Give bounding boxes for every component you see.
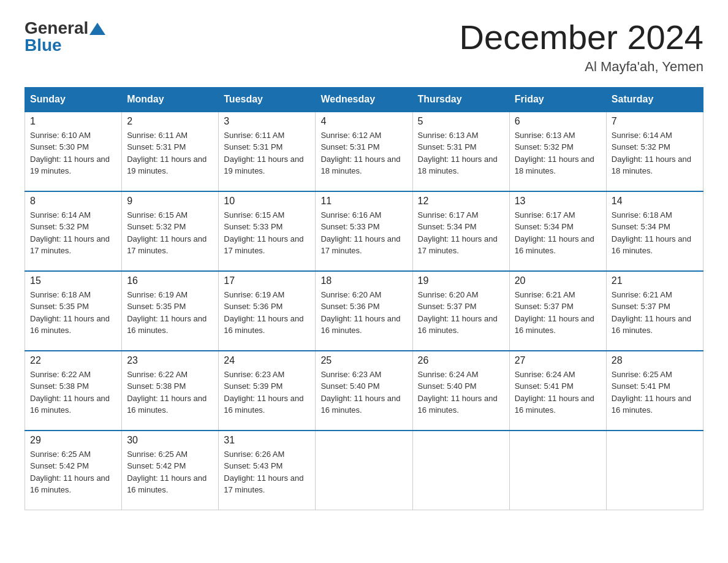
- table-row: [606, 431, 703, 510]
- day-number: 13: [515, 196, 601, 207]
- day-info: Sunrise: 6:21 AM Sunset: 5:37 PM Dayligh…: [612, 289, 698, 337]
- day-number: 11: [320, 196, 407, 207]
- table-row: 6 Sunrise: 6:13 AM Sunset: 5:32 PM Dayli…: [509, 112, 606, 191]
- day-info: Sunrise: 6:22 AM Sunset: 5:38 PM Dayligh…: [127, 369, 213, 416]
- day-number: 8: [30, 196, 116, 207]
- table-row: 1 Sunrise: 6:10 AM Sunset: 5:30 PM Dayli…: [25, 112, 122, 191]
- col-monday: Monday: [122, 87, 219, 112]
- table-row: 25 Sunrise: 6:23 AM Sunset: 5:40 PM Dayl…: [316, 351, 412, 431]
- day-info: Sunrise: 6:13 AM Sunset: 5:31 PM Dayligh…: [418, 129, 504, 177]
- day-info: Sunrise: 6:23 AM Sunset: 5:39 PM Dayligh…: [224, 369, 310, 416]
- day-info: Sunrise: 6:24 AM Sunset: 5:40 PM Dayligh…: [418, 369, 504, 416]
- table-row: 27 Sunrise: 6:24 AM Sunset: 5:41 PM Dayl…: [509, 351, 606, 431]
- day-number: 20: [515, 275, 601, 286]
- table-row: 8 Sunrise: 6:14 AM Sunset: 5:32 PM Dayli…: [25, 191, 122, 271]
- day-info: Sunrise: 6:19 AM Sunset: 5:36 PM Dayligh…: [224, 289, 310, 337]
- table-row: 23 Sunrise: 6:22 AM Sunset: 5:38 PM Dayl…: [122, 351, 219, 431]
- table-row: [412, 431, 509, 510]
- day-info: Sunrise: 6:18 AM Sunset: 5:34 PM Dayligh…: [612, 209, 698, 257]
- day-info: Sunrise: 6:25 AM Sunset: 5:42 PM Dayligh…: [30, 448, 116, 496]
- day-info: Sunrise: 6:11 AM Sunset: 5:31 PM Dayligh…: [127, 129, 213, 177]
- table-row: [509, 431, 606, 510]
- table-row: 18 Sunrise: 6:20 AM Sunset: 5:36 PM Dayl…: [316, 271, 412, 351]
- table-row: 3 Sunrise: 6:11 AM Sunset: 5:31 PM Dayli…: [219, 112, 316, 191]
- table-row: 15 Sunrise: 6:18 AM Sunset: 5:35 PM Dayl…: [25, 271, 122, 351]
- day-number: 21: [612, 275, 698, 286]
- day-number: 9: [127, 196, 213, 207]
- day-info: Sunrise: 6:17 AM Sunset: 5:34 PM Dayligh…: [418, 209, 504, 257]
- day-info: Sunrise: 6:25 AM Sunset: 5:42 PM Dayligh…: [127, 448, 213, 496]
- day-number: 18: [320, 275, 407, 286]
- day-info: Sunrise: 6:15 AM Sunset: 5:33 PM Dayligh…: [224, 209, 310, 257]
- day-number: 2: [127, 116, 213, 127]
- table-row: 2 Sunrise: 6:11 AM Sunset: 5:31 PM Dayli…: [122, 112, 219, 191]
- day-info: Sunrise: 6:23 AM Sunset: 5:40 PM Dayligh…: [320, 369, 407, 416]
- day-number: 7: [612, 116, 698, 127]
- day-info: Sunrise: 6:18 AM Sunset: 5:35 PM Dayligh…: [30, 289, 116, 337]
- day-number: 25: [320, 355, 407, 366]
- col-friday: Friday: [509, 87, 606, 112]
- day-number: 5: [418, 116, 504, 127]
- day-info: Sunrise: 6:25 AM Sunset: 5:41 PM Dayligh…: [612, 369, 698, 416]
- day-info: Sunrise: 6:16 AM Sunset: 5:33 PM Dayligh…: [320, 209, 407, 257]
- table-row: 29 Sunrise: 6:25 AM Sunset: 5:42 PM Dayl…: [25, 431, 122, 510]
- day-number: 19: [418, 275, 504, 286]
- day-number: 27: [515, 355, 601, 366]
- table-row: 16 Sunrise: 6:19 AM Sunset: 5:35 PM Dayl…: [122, 271, 219, 351]
- day-info: Sunrise: 6:20 AM Sunset: 5:36 PM Dayligh…: [320, 289, 407, 337]
- col-tuesday: Tuesday: [219, 87, 316, 112]
- day-number: 4: [320, 116, 407, 127]
- day-number: 17: [224, 275, 310, 286]
- day-info: Sunrise: 6:12 AM Sunset: 5:31 PM Dayligh…: [320, 129, 407, 177]
- day-number: 14: [612, 196, 698, 207]
- logo: General Blue: [25, 18, 105, 55]
- page-header: General Blue December 2024 Al Mayfa'ah, …: [25, 18, 703, 75]
- day-number: 31: [224, 435, 310, 446]
- day-info: Sunrise: 6:15 AM Sunset: 5:32 PM Dayligh…: [127, 209, 213, 257]
- table-row: 12 Sunrise: 6:17 AM Sunset: 5:34 PM Dayl…: [412, 191, 509, 271]
- table-row: 30 Sunrise: 6:25 AM Sunset: 5:42 PM Dayl…: [122, 431, 219, 510]
- day-info: Sunrise: 6:10 AM Sunset: 5:30 PM Dayligh…: [30, 129, 116, 177]
- day-info: Sunrise: 6:21 AM Sunset: 5:37 PM Dayligh…: [515, 289, 601, 337]
- day-number: 3: [224, 116, 310, 127]
- calendar-subtitle: Al Mayfa'ah, Yemen: [460, 59, 703, 75]
- day-number: 22: [30, 355, 116, 366]
- table-row: 20 Sunrise: 6:21 AM Sunset: 5:37 PM Dayl…: [509, 271, 606, 351]
- day-number: 23: [127, 355, 213, 366]
- calendar-header-row: Sunday Monday Tuesday Wednesday Thursday…: [25, 87, 703, 112]
- day-info: Sunrise: 6:19 AM Sunset: 5:35 PM Dayligh…: [127, 289, 213, 337]
- col-thursday: Thursday: [412, 87, 509, 112]
- table-row: 21 Sunrise: 6:21 AM Sunset: 5:37 PM Dayl…: [606, 271, 703, 351]
- day-info: Sunrise: 6:11 AM Sunset: 5:31 PM Dayligh…: [224, 129, 310, 177]
- table-row: 10 Sunrise: 6:15 AM Sunset: 5:33 PM Dayl…: [219, 191, 316, 271]
- day-info: Sunrise: 6:17 AM Sunset: 5:34 PM Dayligh…: [515, 209, 601, 257]
- table-row: 24 Sunrise: 6:23 AM Sunset: 5:39 PM Dayl…: [219, 351, 316, 431]
- table-row: 5 Sunrise: 6:13 AM Sunset: 5:31 PM Dayli…: [412, 112, 509, 191]
- table-row: 13 Sunrise: 6:17 AM Sunset: 5:34 PM Dayl…: [509, 191, 606, 271]
- day-number: 12: [418, 196, 504, 207]
- day-info: Sunrise: 6:14 AM Sunset: 5:32 PM Dayligh…: [612, 129, 698, 177]
- day-number: 15: [30, 275, 116, 286]
- table-row: [316, 431, 412, 510]
- calendar-week-row: 22 Sunrise: 6:22 AM Sunset: 5:38 PM Dayl…: [25, 351, 703, 431]
- table-row: 28 Sunrise: 6:25 AM Sunset: 5:41 PM Dayl…: [606, 351, 703, 431]
- calendar-week-row: 29 Sunrise: 6:25 AM Sunset: 5:42 PM Dayl…: [25, 431, 703, 510]
- day-info: Sunrise: 6:24 AM Sunset: 5:41 PM Dayligh…: [515, 369, 601, 416]
- calendar-title: December 2024: [460, 18, 703, 56]
- day-info: Sunrise: 6:14 AM Sunset: 5:32 PM Dayligh…: [30, 209, 116, 257]
- day-info: Sunrise: 6:20 AM Sunset: 5:37 PM Dayligh…: [418, 289, 504, 337]
- table-row: 4 Sunrise: 6:12 AM Sunset: 5:31 PM Dayli…: [316, 112, 412, 191]
- day-number: 24: [224, 355, 310, 366]
- table-row: 14 Sunrise: 6:18 AM Sunset: 5:34 PM Dayl…: [606, 191, 703, 271]
- col-sunday: Sunday: [25, 87, 122, 112]
- day-number: 28: [612, 355, 698, 366]
- day-number: 30: [127, 435, 213, 446]
- day-number: 6: [515, 116, 601, 127]
- table-row: 31 Sunrise: 6:26 AM Sunset: 5:43 PM Dayl…: [219, 431, 316, 510]
- table-row: 11 Sunrise: 6:16 AM Sunset: 5:33 PM Dayl…: [316, 191, 412, 271]
- day-number: 1: [30, 116, 116, 127]
- calendar-table: Sunday Monday Tuesday Wednesday Thursday…: [25, 87, 703, 511]
- day-number: 16: [127, 275, 213, 286]
- day-info: Sunrise: 6:22 AM Sunset: 5:38 PM Dayligh…: [30, 369, 116, 416]
- col-saturday: Saturday: [606, 87, 703, 112]
